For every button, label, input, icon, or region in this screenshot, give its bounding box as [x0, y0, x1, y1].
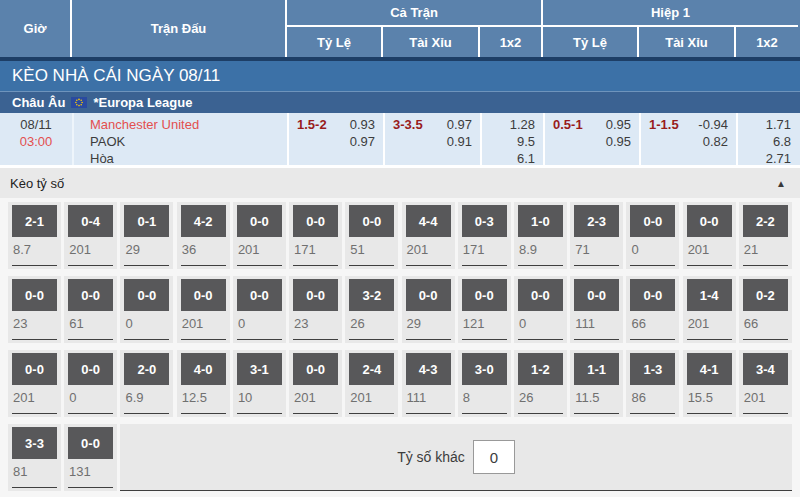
score-cell[interactable]: 0-3 171: [458, 202, 511, 269]
score-cell[interactable]: 0-4 201: [64, 202, 117, 269]
score-cell[interactable]: 0-0 23: [8, 276, 61, 343]
score-odds: 26: [518, 385, 563, 405]
score-cell[interactable]: 1-4 201: [683, 276, 736, 343]
score-cell[interactable]: 0-0 61: [64, 276, 117, 343]
score-cell[interactable]: 1-3 86: [626, 350, 679, 417]
score-cell[interactable]: 0-0 51: [345, 202, 398, 269]
other-score-input[interactable]: [473, 440, 515, 474]
score-odds: 8.7: [12, 237, 57, 257]
score-label: 0-0: [406, 279, 451, 311]
score-label: 2-4: [349, 353, 394, 385]
score-cell[interactable]: 0-0 111: [570, 276, 623, 343]
ft-ou-odd-over[interactable]: 0.97: [447, 116, 472, 133]
score-odds: 11.5: [574, 385, 619, 405]
league-row[interactable]: Châu Âu *Europa League: [0, 91, 800, 113]
header-fulltime-label: Cả Trận: [287, 0, 541, 27]
score-odds: 201: [181, 311, 226, 331]
score-odds: 51: [349, 237, 394, 257]
score-cell[interactable]: 0-0 0: [120, 276, 173, 343]
score-cell[interactable]: 3-3 81: [8, 424, 61, 491]
league-name: *Europa League: [93, 95, 192, 110]
score-odds: 71: [574, 237, 619, 257]
score-cell[interactable]: 3-0 8: [458, 350, 511, 417]
collapse-arrow-icon[interactable]: ▲: [776, 178, 786, 189]
score-label: 3-2: [349, 279, 394, 311]
score-label: 4-1: [687, 353, 732, 385]
score-cell[interactable]: 2-1 8.7: [8, 202, 61, 269]
score-cell[interactable]: 4-2 36: [177, 202, 230, 269]
banner-title: KÈO NHÀ CÁI NGÀY 08/11: [12, 66, 220, 86]
score-cell[interactable]: 0-0 201: [289, 350, 342, 417]
score-odds: 23: [12, 311, 57, 331]
ft-ou-odd-under[interactable]: 0.91: [447, 133, 472, 150]
ft-1x2-away[interactable]: 9.5: [517, 133, 535, 150]
score-row: 2-1 8.7 0-4 201 0-1 29 4-2 36 0-0 201 0-…: [8, 202, 792, 269]
score-cell[interactable]: 0-0 121: [458, 276, 511, 343]
ft-handicap-odd-away[interactable]: 0.97: [350, 133, 375, 150]
h1-1x2-away[interactable]: 6.8: [773, 133, 791, 150]
score-cell[interactable]: 1-2 26: [514, 350, 567, 417]
h1-handicap-odd-away[interactable]: 0.95: [606, 133, 631, 150]
score-cell[interactable]: 4-4 201: [402, 202, 455, 269]
score-cell[interactable]: 2-3 71: [570, 202, 623, 269]
score-cell[interactable]: 4-1 15.5: [683, 350, 736, 417]
score-cell[interactable]: 0-0 0: [64, 350, 117, 417]
ft-1x2-draw[interactable]: 6.1: [517, 150, 535, 167]
score-cell[interactable]: 0-0 201: [683, 202, 736, 269]
score-cell[interactable]: 0-0 201: [8, 350, 61, 417]
score-label: 3-3: [12, 427, 57, 459]
h1-1x2-home[interactable]: 1.71: [766, 116, 791, 133]
score-odds: 12.5: [181, 385, 226, 405]
score-cell[interactable]: 0-1 29: [120, 202, 173, 269]
score-cell[interactable]: 3-4 201: [739, 350, 792, 417]
h1-handicap-odd-home[interactable]: 0.95: [606, 116, 631, 133]
score-cell[interactable]: 2-4 201: [345, 350, 398, 417]
score-cell[interactable]: 0-0 0: [514, 276, 567, 343]
score-cell[interactable]: 2-2 21: [739, 202, 792, 269]
score-odds: 66: [630, 311, 675, 331]
score-cell[interactable]: 0-0 201: [233, 202, 286, 269]
h1-1x2-draw[interactable]: 2.71: [766, 150, 791, 167]
score-section-title: Kèo tỷ số: [10, 176, 64, 191]
half-overunder-cell[interactable]: 1-1.5 -0.94 0.82: [639, 113, 736, 165]
score-cell[interactable]: 0-0 29: [402, 276, 455, 343]
score-cell[interactable]: 0-2 66: [739, 276, 792, 343]
score-cell[interactable]: 0-0 23: [289, 276, 342, 343]
half-1x2-cell[interactable]: 1.71 6.8 2.71: [736, 113, 799, 165]
score-cell[interactable]: 3-1 10: [233, 350, 286, 417]
ft-handicap-odd-home[interactable]: 0.93: [350, 116, 375, 133]
score-odds: 10: [237, 385, 282, 405]
eu-flag-icon: [71, 97, 87, 108]
score-odds: 201: [349, 385, 394, 405]
score-odds: 29: [124, 237, 169, 257]
header-h1-1x2: 1x2: [736, 27, 798, 57]
score-cell[interactable]: 3-2 26: [345, 276, 398, 343]
score-cell[interactable]: 0-0 201: [177, 276, 230, 343]
score-label: 0-0: [687, 205, 732, 237]
score-cell[interactable]: 4-0 12.5: [177, 350, 230, 417]
score-label: 0-3: [462, 205, 507, 237]
ft-1x2-home[interactable]: 1.28: [510, 116, 535, 133]
h1-ou-odd-under[interactable]: 0.82: [703, 133, 728, 150]
score-cell[interactable]: 0-0 0: [233, 276, 286, 343]
score-odds: 171: [293, 237, 338, 257]
score-cell[interactable]: 0-0 66: [626, 276, 679, 343]
score-cell[interactable]: 0-0 0: [626, 202, 679, 269]
score-cell[interactable]: 4-3 111: [402, 350, 455, 417]
score-label: 0-0: [630, 205, 675, 237]
score-label: 0-0: [68, 427, 113, 459]
score-cell[interactable]: 0-0 131: [64, 424, 117, 491]
score-cell[interactable]: 1-0 8.9: [514, 202, 567, 269]
score-cell[interactable]: 1-1 11.5: [570, 350, 623, 417]
h1-ou-odd-over[interactable]: -0.94: [698, 116, 728, 133]
fulltime-1x2-cell[interactable]: 1.28 9.5 6.1: [480, 113, 543, 165]
score-cell[interactable]: 2-0 6.9: [120, 350, 173, 417]
score-label: 1-3: [630, 353, 675, 385]
fulltime-overunder-cell[interactable]: 3-3.5 0.97 0.91: [383, 113, 480, 165]
score-cell[interactable]: 0-0 171: [289, 202, 342, 269]
score-odds: 81: [12, 459, 57, 479]
score-label: 1-4: [687, 279, 732, 311]
fulltime-handicap-cell[interactable]: 1.5-2 0.93 0.97: [287, 113, 383, 165]
betting-odds-page: Giờ Trận Đấu Cả Trận Tỷ Lệ Tài Xỉu 1x2 H…: [0, 0, 800, 500]
half-handicap-cell[interactable]: 0.5-1 0.95 0.95: [543, 113, 639, 165]
